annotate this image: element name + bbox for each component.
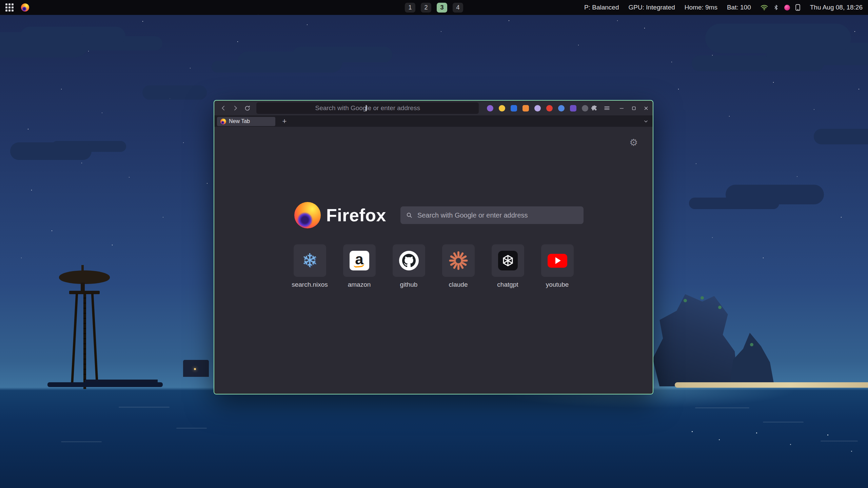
ping-status: Home: 9ms: [685, 4, 717, 11]
shortcut-amazon[interactable]: a amazon: [343, 244, 376, 288]
extensions-puzzle-icon[interactable]: [590, 105, 597, 112]
firefox-wordmark: Firefox: [326, 205, 386, 225]
chatgpt-knot-icon: [498, 251, 518, 270]
water-streak: [695, 407, 749, 408]
workspace-button-2[interactable]: 2: [421, 3, 431, 13]
shortcut-label: github: [400, 281, 418, 288]
battery-status: Bat: 100: [727, 4, 751, 11]
extension-3-icon[interactable]: [511, 105, 517, 111]
shortcut-row: ❄ search.nixos a amazon github: [214, 244, 653, 288]
cloud: [237, 52, 342, 73]
firefox-logo: [294, 202, 321, 228]
clock: Thu Aug 08, 18:26: [810, 4, 863, 11]
workspace-switcher: 1 2 3 4: [405, 3, 463, 13]
cloud: [726, 185, 824, 204]
water-streak: [176, 428, 207, 429]
newtab-hero: Firefox: [294, 202, 584, 228]
extension-6-icon[interactable]: [546, 105, 553, 111]
island-bush: [701, 296, 704, 300]
watchtower-silhouette: [57, 268, 115, 389]
island-bush: [750, 343, 753, 346]
forward-button[interactable]: [230, 103, 240, 113]
water-streak: [763, 422, 804, 423]
workspace-button-4[interactable]: 4: [453, 3, 463, 13]
firefox-window: Search with Google or enter address: [214, 100, 653, 394]
device-icon[interactable]: [795, 4, 801, 11]
close-button[interactable]: [644, 106, 649, 111]
new-tab-page: ⚙ Firefox ❄ search.nixos: [214, 127, 653, 394]
menu-hamburger-icon[interactable]: [604, 105, 610, 111]
github-octocat-icon: [399, 251, 419, 270]
nixos-snowflake-icon: ❄: [302, 251, 318, 270]
personalize-gear-icon[interactable]: ⚙: [627, 138, 640, 148]
cloud: [0, 32, 88, 57]
island-bush: [718, 306, 722, 309]
hut-silhouette: [183, 360, 209, 377]
shortcut-tile: ❄: [294, 244, 326, 277]
shortcut-youtube[interactable]: youtube: [541, 244, 574, 288]
cloud: [10, 142, 92, 160]
reload-button[interactable]: [242, 103, 252, 113]
wifi-icon[interactable]: [761, 4, 768, 11]
tab-bar: New Tab +: [214, 116, 653, 127]
tab-favicon: [220, 119, 226, 124]
back-button[interactable]: [218, 103, 228, 113]
newtab-search-bar[interactable]: [400, 206, 584, 224]
shortcut-label: amazon: [348, 281, 371, 288]
extension-8-icon[interactable]: [570, 105, 576, 111]
shortcut-tile: [492, 244, 524, 277]
window-controls: [619, 106, 649, 111]
shore-rocks: [47, 382, 163, 387]
maximize-button[interactable]: [631, 106, 636, 111]
workspace-button-3[interactable]: 3: [437, 3, 447, 13]
extension-2-icon[interactable]: [499, 105, 505, 111]
power-profile-status: P: Balanced: [584, 4, 619, 11]
extension-9-icon[interactable]: [582, 105, 588, 111]
tab-new-tab[interactable]: New Tab: [217, 117, 275, 126]
island-bush: [684, 299, 687, 302]
text-caret: [366, 105, 367, 111]
newtab-search-input[interactable]: [417, 211, 578, 220]
shortcut-label: claude: [449, 281, 468, 288]
search-icon: [406, 212, 413, 219]
shortcut-tile: [541, 244, 574, 277]
url-bar[interactable]: Search with Google or enter address: [256, 102, 479, 114]
pier-silhouette: [85, 380, 158, 382]
shortcut-tile: [393, 244, 425, 277]
browser-toolbar: Search with Google or enter address: [214, 101, 653, 116]
extension-7-icon[interactable]: [558, 105, 565, 111]
shortcut-claude[interactable]: claude: [442, 244, 475, 288]
shortcut-search-nixos[interactable]: ❄ search.nixos: [293, 244, 327, 288]
system-tray: [761, 4, 801, 11]
extension-4-icon[interactable]: [522, 105, 529, 111]
beach-strip: [675, 382, 868, 388]
gpu-status: GPU: Integrated: [628, 4, 675, 11]
amazon-icon: a: [350, 251, 369, 270]
cloud: [814, 129, 868, 144]
new-tab-button[interactable]: +: [280, 117, 289, 126]
youtube-play-icon: [548, 254, 567, 268]
shortcut-label: chatgpt: [497, 281, 518, 288]
magenta-indicator-icon[interactable]: [784, 5, 790, 11]
bluetooth-icon[interactable]: [773, 4, 779, 11]
shortcut-github[interactable]: github: [392, 244, 426, 288]
shortcut-tile: a: [343, 244, 376, 277]
shortcut-label: youtube: [546, 281, 569, 288]
list-all-tabs-chevron-icon[interactable]: [643, 119, 649, 124]
workspace-button-1[interactable]: 1: [405, 3, 415, 13]
cloud: [142, 85, 207, 100]
cloud: [705, 24, 851, 53]
extension-row: [487, 105, 588, 111]
minimize-button[interactable]: [619, 106, 624, 111]
app-launcher-icon[interactable]: [5, 3, 14, 12]
water-streak: [119, 407, 170, 408]
water-streak: [821, 441, 858, 442]
extension-1-icon[interactable]: [487, 105, 493, 111]
tab-label: New Tab: [229, 118, 250, 124]
firefox-launcher-icon[interactable]: [21, 3, 29, 12]
status-bar: 1 2 3 4 P: Balanced GPU: Integrated Home…: [0, 0, 868, 15]
claude-starburst-icon: [449, 251, 468, 270]
shortcut-chatgpt[interactable]: chatgpt: [491, 244, 525, 288]
extension-5-icon[interactable]: [534, 105, 541, 111]
url-bar-placeholder: Search with Google or enter address: [315, 104, 420, 112]
